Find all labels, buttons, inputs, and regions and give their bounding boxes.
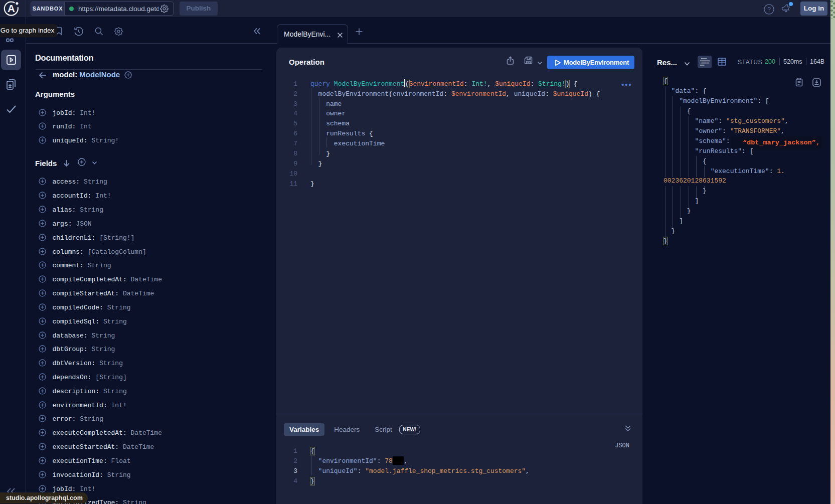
svg-text:A: A bbox=[8, 3, 15, 14]
svg-text:?: ? bbox=[767, 6, 771, 13]
